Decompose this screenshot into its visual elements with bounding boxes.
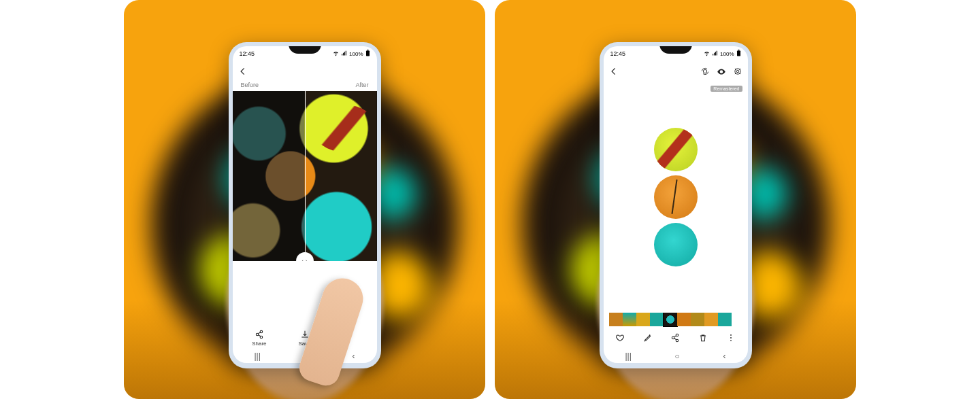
more-button[interactable] [726, 333, 736, 343]
status-icons: 100% [704, 50, 740, 58]
edit-button[interactable] [643, 333, 653, 343]
favorite-button[interactable] [615, 333, 625, 343]
signal-icon [712, 50, 718, 58]
back-icon[interactable] [238, 67, 248, 76]
signal-icon [341, 50, 347, 58]
delete-button[interactable] [698, 333, 708, 343]
svg-rect-0 [366, 51, 370, 56]
promo-panel-object-eraser: 12:45 100% [495, 0, 856, 399]
macaron-cyan [654, 223, 698, 266]
status-icons: 100% [333, 50, 370, 58]
macaron-yellow [654, 128, 698, 171]
remastered-badge: Remastered [710, 86, 742, 92]
svg-point-7 [703, 69, 706, 73]
nav-bar: ||| ○ ‹ [604, 349, 748, 363]
share-button[interactable] [670, 333, 680, 343]
remaster-icon[interactable] [700, 67, 710, 76]
app-bar [233, 61, 377, 82]
phone-screen: 12:45 100% [604, 46, 748, 363]
svg-rect-6 [738, 50, 739, 51]
thumb[interactable] [636, 313, 650, 326]
compare-divider[interactable] [305, 91, 306, 261]
before-label: Before [241, 82, 259, 88]
photo-canvas[interactable]: Remastered [604, 82, 748, 313]
nav-recents[interactable]: ||| [254, 351, 260, 361]
nav-back[interactable]: ‹ [723, 351, 726, 361]
thumb[interactable] [623, 313, 636, 326]
svg-point-10 [730, 334, 732, 336]
wifi-icon [333, 50, 339, 58]
svg-point-12 [730, 340, 732, 341]
compare-labels: Before After [233, 82, 377, 91]
nav-home[interactable]: ○ [675, 351, 680, 361]
thumb[interactable] [677, 313, 691, 326]
thumbnail-strip[interactable] [604, 313, 748, 326]
gallery-action-row [604, 326, 748, 349]
thumb[interactable] [691, 313, 704, 326]
before-after-compare[interactable]: ‹ › [233, 91, 377, 261]
thumb[interactable] [650, 313, 664, 326]
clock: 12:45 [610, 50, 626, 57]
share-icon [255, 330, 264, 339]
battery-text: 100% [349, 51, 363, 57]
wifi-icon [704, 50, 710, 58]
promo-panel-remaster-compare: 12:45 100% [124, 0, 485, 399]
battery-icon [365, 50, 370, 58]
share-label: Share [252, 341, 266, 347]
eye-icon[interactable] [717, 67, 726, 76]
battery-icon [736, 50, 741, 58]
phone-mockup-left: 12:45 100% [229, 42, 381, 368]
thumb[interactable] [704, 313, 718, 326]
svg-point-11 [730, 337, 732, 339]
thumb-current[interactable] [664, 313, 677, 326]
object-eraser-icon[interactable] [733, 67, 742, 76]
bottom-action-bar: Share Save [233, 324, 377, 349]
thumb[interactable] [609, 313, 623, 326]
battery-text: 100% [720, 51, 734, 57]
svg-point-9 [736, 70, 739, 73]
back-icon[interactable] [609, 67, 619, 76]
svg-rect-5 [737, 51, 740, 56]
macaron-orange [654, 175, 698, 219]
svg-rect-1 [367, 50, 368, 51]
nav-back[interactable]: ‹ [353, 351, 355, 361]
nav-recents[interactable]: ||| [625, 351, 631, 361]
thumb[interactable] [718, 313, 732, 326]
phone-mockup-right: 12:45 100% [600, 42, 752, 368]
after-label: After [355, 82, 368, 88]
app-bar [604, 61, 748, 82]
clock: 12:45 [240, 50, 255, 57]
share-button[interactable]: Share [237, 330, 282, 347]
promo-canvas: 12:45 100% [0, 0, 980, 399]
